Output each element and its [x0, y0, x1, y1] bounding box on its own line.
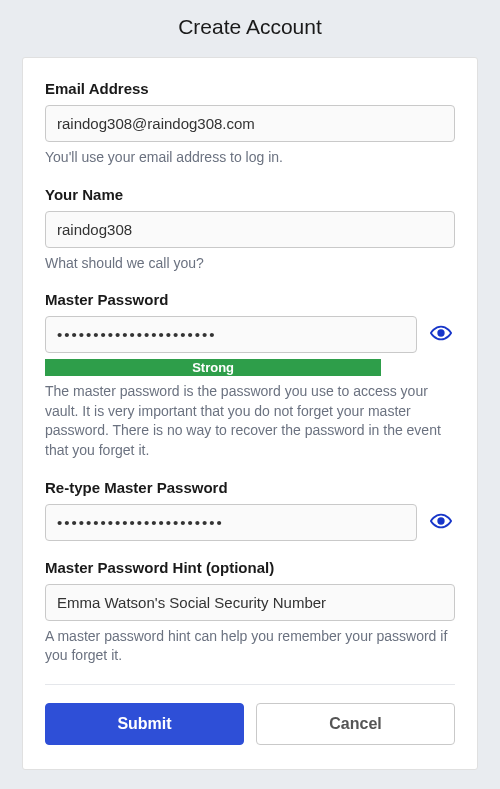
password-label: Master Password — [45, 291, 455, 308]
button-row: Submit Cancel — [45, 703, 455, 745]
password-confirm-row — [45, 504, 455, 541]
email-group: Email Address You'll use your email addr… — [45, 80, 455, 168]
svg-point-0 — [438, 330, 444, 336]
svg-point-1 — [438, 518, 444, 524]
name-field[interactable] — [45, 211, 455, 248]
name-label: Your Name — [45, 186, 455, 203]
create-account-card: Email Address You'll use your email addr… — [22, 57, 478, 770]
cancel-button[interactable]: Cancel — [256, 703, 455, 745]
page-title: Create Account — [0, 0, 500, 57]
email-field[interactable] — [45, 105, 455, 142]
toggle-password-confirm-visibility[interactable] — [427, 508, 455, 536]
divider — [45, 684, 455, 685]
hint-group: Master Password Hint (optional) A master… — [45, 559, 455, 666]
password-strength-bar: Strong — [45, 359, 381, 376]
password-confirm-group: Re-type Master Password — [45, 479, 455, 541]
eye-icon — [430, 510, 452, 535]
hint-label: Master Password Hint (optional) — [45, 559, 455, 576]
password-row — [45, 316, 455, 353]
password-helper: The master password is the password you … — [45, 382, 455, 460]
password-group: Master Password Strong The master passwo… — [45, 291, 455, 460]
eye-icon — [430, 322, 452, 347]
password-confirm-label: Re-type Master Password — [45, 479, 455, 496]
email-label: Email Address — [45, 80, 455, 97]
password-confirm-field[interactable] — [45, 504, 417, 541]
name-helper: What should we call you? — [45, 254, 455, 274]
password-field[interactable] — [45, 316, 417, 353]
submit-button[interactable]: Submit — [45, 703, 244, 745]
email-helper: You'll use your email address to log in. — [45, 148, 455, 168]
hint-helper: A master password hint can help you reme… — [45, 627, 455, 666]
hint-field[interactable] — [45, 584, 455, 621]
name-group: Your Name What should we call you? — [45, 186, 455, 274]
toggle-password-visibility[interactable] — [427, 321, 455, 349]
